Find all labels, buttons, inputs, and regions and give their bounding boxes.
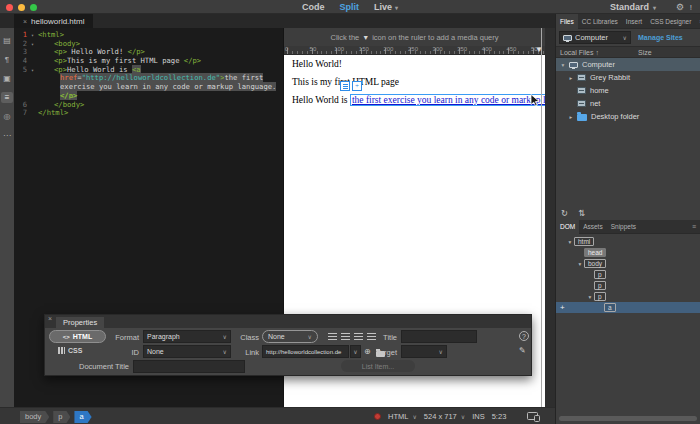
tree-arrow-icon[interactable]: ▾ (559, 62, 567, 68)
horizontal-scrollbar[interactable] (559, 416, 697, 421)
properties-tab[interactable]: Properties (56, 317, 104, 328)
indent-icon[interactable] (354, 333, 363, 340)
file-tree-item[interactable]: ▸Grey Rabbit (556, 71, 700, 84)
open-documents-icon[interactable]: ▤ (1, 35, 13, 46)
split-view-button[interactable]: Split (339, 2, 359, 12)
tree-arrow-icon[interactable]: ▾ (566, 239, 574, 245)
manage-sites-link[interactable]: Manage Sites (638, 34, 683, 41)
dom-node-p[interactable]: p (594, 292, 606, 301)
hint-text: icon on the ruler to add a media query (372, 33, 498, 42)
code-options-icon[interactable]: ≡ (1, 92, 13, 103)
tab-files[interactable]: Files (556, 14, 578, 29)
media-query-marker-icon[interactable]: ▼ (535, 45, 543, 54)
tag-chip-p[interactable]: p (53, 411, 70, 423)
tree-arrow-icon[interactable]: ▾ (586, 294, 594, 300)
tree-arrow-icon[interactable]: ▸ (567, 75, 575, 81)
site-dropdown[interactable]: Computer ∨ (559, 31, 631, 44)
code-view-button[interactable]: Code (302, 2, 325, 12)
size-header[interactable]: Size (638, 49, 652, 56)
css-properties-button[interactable]: CSS (58, 347, 82, 354)
link-history-dropdown[interactable]: ∨ (350, 345, 361, 358)
file-tree-label: Desktop folder (591, 112, 639, 121)
panel-menu-icon[interactable]: ≡ (695, 18, 700, 25)
file-tree-item[interactable]: home (556, 84, 700, 97)
local-files-header[interactable]: Local Files ↑ (560, 49, 599, 56)
class-select[interactable]: None∨ (262, 330, 318, 343)
tree-arrow-icon[interactable]: ▸ (567, 114, 575, 120)
tab-dom[interactable]: DOM (556, 219, 579, 234)
link-input[interactable]: http://helloworldcollection.de (262, 345, 349, 358)
file-tree-item[interactable]: net (556, 97, 700, 110)
title-input[interactable] (401, 330, 477, 343)
file-tree-item[interactable]: ▾Computer (556, 58, 700, 71)
live-view-button[interactable]: Live▾ (374, 2, 398, 12)
dreamweaver-window: Code Split Live▾ Standard▾ ⚙ ! × hellowo… (0, 0, 700, 424)
window-icon[interactable]: ▣ (1, 73, 13, 84)
format-select[interactable]: Paragraph∨ (143, 330, 231, 343)
tag-chip-body[interactable]: body (20, 411, 49, 423)
edit-icon[interactable]: ✎ (519, 346, 526, 355)
dom-node-a[interactable]: a (604, 303, 616, 312)
status-bar: bodypa HTML∨ 524 x 717∨ INS 5:23 (0, 407, 555, 424)
list-item-button[interactable]: List Item... (341, 360, 415, 372)
dom-tree-item[interactable]: +a (556, 302, 700, 313)
panel-divider[interactable] (545, 28, 555, 407)
chevron-down-icon: ∨ (461, 413, 465, 420)
id-select[interactable]: None∨ (143, 345, 231, 358)
error-indicator-icon[interactable] (374, 413, 381, 420)
chevron-down-icon: ∨ (412, 413, 416, 420)
add-icon[interactable]: + (352, 81, 362, 91)
panel-menu-icon[interactable]: ≡ (688, 223, 700, 230)
tab-insert[interactable]: Insert (622, 14, 646, 29)
unordered-list-icon[interactable] (328, 333, 337, 340)
title-label: Title (375, 333, 397, 342)
dom-tree-item[interactable]: p (556, 280, 700, 291)
dom-tree-item[interactable]: ▾body (556, 258, 700, 269)
hamburger-icon[interactable] (340, 81, 350, 91)
tab-cc-libraries[interactable]: CC Libraries (578, 14, 622, 29)
dom-node-p[interactable]: p (594, 270, 606, 279)
dom-node-p[interactable]: p (594, 281, 606, 290)
html-properties-button[interactable]: <>HTML (49, 330, 106, 343)
title-bar: Code Split Live▾ Standard▾ ⚙ ! (0, 0, 700, 14)
tag-chip-a[interactable]: a (74, 411, 91, 423)
ruler-label: 200 (383, 46, 393, 52)
tab-snippets[interactable]: Snippets (607, 219, 640, 234)
tab-css-designer[interactable]: CSS Designer (646, 14, 695, 29)
file-tree-label: home (590, 86, 609, 95)
dom-tree-item[interactable]: ▾p (556, 291, 700, 302)
dom-node-html[interactable]: html (574, 237, 594, 246)
doctype-dropdown[interactable]: HTML∨ (388, 412, 417, 421)
document-tab[interactable]: × helloworld.html (14, 14, 93, 28)
dom-node-head[interactable]: head (584, 248, 606, 257)
tree-arrow-icon[interactable]: ▾ (576, 261, 584, 267)
fold-caret-icon[interactable]: ▾ (27, 31, 38, 40)
help-icon[interactable]: ? (519, 331, 529, 341)
close-tab-icon[interactable]: × (23, 18, 27, 25)
dom-tree-item[interactable]: head (556, 247, 700, 258)
file-tree-item[interactable]: ▸Desktop folder (556, 110, 700, 123)
workspace-switcher[interactable]: Standard▾ (610, 0, 656, 14)
window-size-dropdown[interactable]: 524 x 717∨ (424, 412, 465, 421)
add-element-icon[interactable]: + (560, 303, 565, 312)
format-source-icon[interactable]: ¶ (1, 54, 13, 65)
gear-icon[interactable]: ⚙ (676, 0, 684, 14)
dom-tree-item[interactable]: ▾html (556, 236, 700, 247)
dom-tree-item[interactable]: p (556, 269, 700, 280)
list-format-icons (328, 332, 376, 340)
target-select[interactable]: ∨ (401, 345, 447, 358)
device-preview-icon[interactable] (527, 412, 540, 422)
more-tools-icon[interactable]: ⋯ (1, 130, 13, 141)
notification-icon[interactable]: ! (690, 0, 692, 14)
document-title-input[interactable] (133, 360, 245, 373)
target-icon[interactable]: ◎ (1, 111, 13, 122)
page-paragraph[interactable]: Hello World! (292, 59, 342, 69)
tab-assets[interactable]: Assets (579, 219, 607, 234)
hint-text: Click the (330, 33, 359, 42)
ruler[interactable]: 050100150200250300350400450500 (284, 46, 545, 55)
ordered-list-icon[interactable] (341, 333, 350, 340)
close-icon[interactable]: × (48, 315, 52, 322)
fold-caret-icon[interactable]: ▾ (27, 66, 38, 75)
fold-caret-icon[interactable]: ▾ (27, 40, 38, 49)
dom-node-body[interactable]: body (584, 259, 606, 268)
